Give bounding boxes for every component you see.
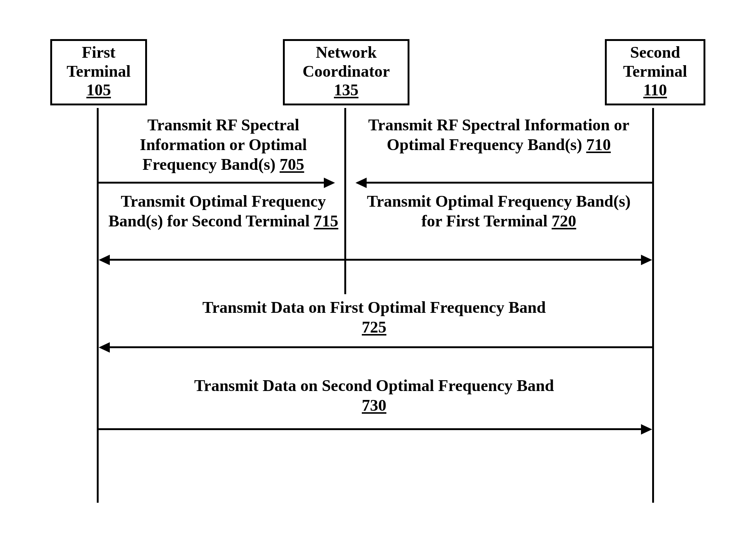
arrow-730 [99,428,642,430]
lifeline-first [97,108,99,503]
message-725-label: Transmit Data on First Optimal Frequency… [108,298,640,337]
participant-second-terminal: Second Terminal 110 [605,39,705,105]
msg-text: Transmit Data on Second Optimal Frequenc… [194,376,554,395]
arrowhead-705 [324,178,335,188]
arrow-720 [345,259,642,261]
msg-text: Transmit Optimal Frequency Band(s) for F… [367,192,631,230]
arrow-715 [110,259,345,261]
message-715-label: Transmit Optimal Frequency Band(s) for S… [108,192,339,231]
arrowhead-715 [99,255,110,265]
msg-num: 725 [362,318,386,336]
msg-num: 710 [586,136,611,154]
msg-num: 715 [314,212,338,230]
box-line1: Second [607,43,704,62]
arrowhead-710 [355,178,367,188]
message-705-label: Transmit RF Spectral Information or Opti… [108,115,339,174]
box-num: 135 [285,81,408,100]
box-line2: Coordinator [285,62,408,81]
box-line1: First [52,43,145,62]
box-line2: Terminal [52,62,145,81]
message-710-label: Transmit RF Spectral Information or Opti… [355,115,642,155]
arrowhead-720 [641,255,652,265]
message-730-label: Transmit Data on Second Optimal Frequenc… [108,376,640,416]
arrow-705 [99,182,333,184]
msg-num: 705 [280,155,304,174]
participant-network-coordinator: Network Coordinator 135 [283,39,409,105]
arrow-710 [357,182,652,184]
participant-first-terminal: First Terminal 105 [50,39,147,105]
arrowhead-730 [641,424,652,435]
box-line2: Terminal [607,62,704,81]
box-line1: Network [285,43,408,62]
arrowhead-725 [99,342,110,353]
lifeline-network [344,108,346,294]
msg-text: Transmit Data on First Optimal Frequency… [202,298,546,317]
message-720-label: Transmit Optimal Frequency Band(s) for F… [355,192,642,231]
box-num: 110 [607,81,704,100]
sequence-diagram: First Terminal 105 Network Coordinator 1… [0,0,756,534]
lifeline-second [652,108,654,503]
arrow-725 [110,346,652,348]
msg-num: 720 [552,212,576,230]
msg-text: Transmit Optimal Frequency Band(s) for S… [108,192,326,230]
msg-num: 730 [362,396,386,414]
box-num: 105 [52,81,145,100]
